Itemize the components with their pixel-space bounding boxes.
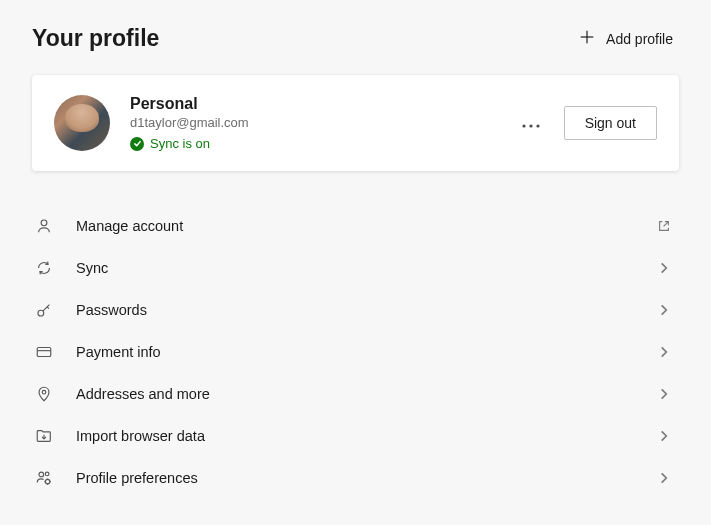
svg-line-9 xyxy=(47,307,49,309)
settings-item-label: Profile preferences xyxy=(76,470,633,486)
svg-line-6 xyxy=(664,222,669,227)
svg-point-7 xyxy=(38,310,44,316)
chevron-right-icon xyxy=(655,469,673,487)
settings-list: Manage account Sync Passwords Payment in… xyxy=(32,205,679,499)
chevron-right-icon xyxy=(655,343,673,361)
settings-item-label: Passwords xyxy=(76,302,633,318)
more-horizontal-icon xyxy=(522,114,540,132)
settings-item-label: Sync xyxy=(76,260,633,276)
sync-status-text: Sync is on xyxy=(150,136,210,151)
add-profile-label: Add profile xyxy=(606,31,673,47)
svg-point-15 xyxy=(45,472,49,476)
svg-point-3 xyxy=(529,124,532,127)
svg-point-12 xyxy=(42,390,46,394)
import-icon xyxy=(34,426,54,446)
person-icon xyxy=(34,216,54,236)
settings-item-passwords[interactable]: Passwords xyxy=(32,289,679,331)
chevron-right-icon xyxy=(655,427,673,445)
check-circle-icon xyxy=(130,137,144,151)
settings-item-payment-info[interactable]: Payment info xyxy=(32,331,679,373)
external-link-icon xyxy=(655,217,673,235)
svg-point-5 xyxy=(41,220,47,226)
location-icon xyxy=(34,384,54,404)
sync-status: Sync is on xyxy=(130,136,496,151)
svg-point-4 xyxy=(536,124,539,127)
plus-icon xyxy=(578,28,596,49)
settings-item-import-browser-data[interactable]: Import browser data xyxy=(32,415,679,457)
chevron-right-icon xyxy=(655,301,673,319)
profile-card: Personal d1taylor@gmail.com Sync is on S… xyxy=(32,75,679,171)
chevron-right-icon xyxy=(655,385,673,403)
profile-name: Personal xyxy=(130,95,496,113)
svg-rect-10 xyxy=(37,348,51,357)
key-icon xyxy=(34,300,54,320)
settings-item-label: Payment info xyxy=(76,344,633,360)
settings-item-label: Addresses and more xyxy=(76,386,633,402)
chevron-right-icon xyxy=(655,259,673,277)
page-title: Your profile xyxy=(32,25,159,52)
sign-out-button[interactable]: Sign out xyxy=(564,106,657,140)
sync-icon xyxy=(34,258,54,278)
credit-card-icon xyxy=(34,342,54,362)
people-settings-icon xyxy=(34,468,54,488)
svg-point-14 xyxy=(39,472,44,477)
svg-point-2 xyxy=(522,124,525,127)
more-options-button[interactable] xyxy=(516,108,546,138)
svg-point-16 xyxy=(45,479,50,484)
settings-item-label: Import browser data xyxy=(76,428,633,444)
add-profile-button[interactable]: Add profile xyxy=(572,24,679,53)
settings-item-manage-account[interactable]: Manage account xyxy=(32,205,679,247)
settings-item-sync[interactable]: Sync xyxy=(32,247,679,289)
settings-item-addresses[interactable]: Addresses and more xyxy=(32,373,679,415)
settings-item-profile-preferences[interactable]: Profile preferences xyxy=(32,457,679,499)
settings-item-label: Manage account xyxy=(76,218,633,234)
profile-email: d1taylor@gmail.com xyxy=(130,115,496,130)
profile-info: Personal d1taylor@gmail.com Sync is on xyxy=(130,95,496,151)
avatar xyxy=(54,95,110,151)
